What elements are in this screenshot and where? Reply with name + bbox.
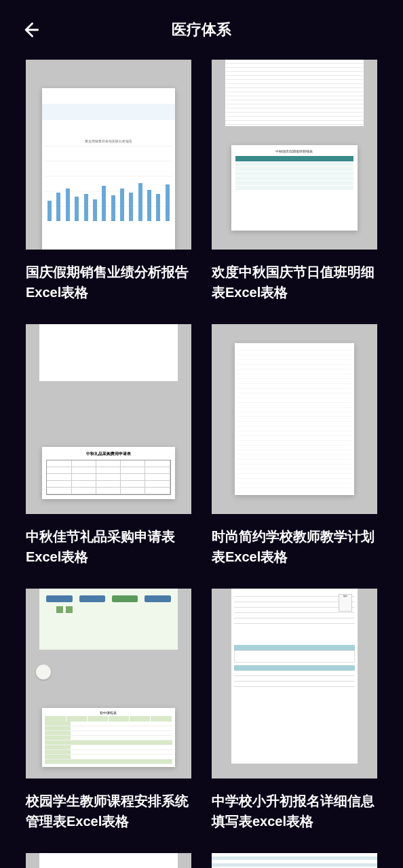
thumbnail: 中秋国庆假期值班明细表 [212, 60, 377, 250]
card-title: 国庆假期销售业绩分析报告Excel表格 [26, 262, 191, 302]
thumb-header [39, 589, 178, 650]
card-title: 欢度中秋国庆节日值班明细表Excel表格 [212, 262, 377, 302]
template-card[interactable] [26, 853, 191, 868]
template-card[interactable]: 中秋礼品采购费用申请表 中秋佳节礼品采购申请表Excel表格 [26, 324, 191, 567]
card-title: 校园学生教师课程安排系统管理表Excel表格 [26, 791, 191, 831]
thumb-doc: 中秋国庆假期值班明细表 [231, 145, 357, 231]
thumbnail: 照片 [212, 589, 377, 778]
thumb-chart: 黄金周销售目标与实际分析报告 [42, 136, 174, 250]
page-title: 医疗体系 [172, 20, 231, 40]
thumb-doc-top [39, 324, 178, 381]
thumbnail: 初中课程表 [26, 589, 191, 778]
template-card[interactable]: 时尚简约学校教师教学计划表Excel表格 [212, 324, 377, 567]
thumbnail [26, 853, 191, 868]
thumb-gantt [225, 60, 364, 126]
template-card[interactable]: 黄金周销售目标与实际分析报告 国庆假期销售业绩分析报告Excel表格 [26, 60, 191, 302]
header: 医疗体系 [0, 0, 403, 60]
thumbnail [212, 853, 377, 868]
decoration-icon [36, 665, 51, 679]
thumbnail: 中秋礼品采购费用申请表 [26, 324, 191, 514]
photo-placeholder: 照片 [339, 594, 352, 612]
back-button[interactable] [19, 19, 41, 41]
arrow-left-icon [20, 20, 39, 39]
card-title: 时尚简约学校教师教学计划表Excel表格 [212, 526, 377, 567]
thumb-doc-title: 中秋国庆假期值班明细表 [235, 149, 353, 153]
thumb-doc: 照片 [231, 589, 357, 764]
thumb-doc-title: 中秋礼品采购费用申请表 [46, 451, 170, 457]
thumb-doc: 初中课程表 [42, 708, 174, 767]
thumb-doc: 中秋礼品采购费用申请表 [42, 447, 174, 499]
card-title: 中秋佳节礼品采购申请表Excel表格 [26, 526, 191, 567]
thumb-chart-title: 黄金周销售目标与实际分析报告 [45, 139, 172, 143]
template-card[interactable]: 中秋国庆假期值班明细表 欢度中秋国庆节日值班明细表Excel表格 [212, 60, 377, 302]
template-card[interactable]: 照片 中学校小升初报名详细信息填写表excel表格 [212, 589, 377, 831]
thumb-doc-title: 初中课程表 [45, 711, 172, 715]
template-grid: 黄金周销售目标与实际分析报告 国庆假期销售业绩分析报告Excel表格 中秋国庆假… [0, 60, 403, 868]
thumb-table [42, 88, 174, 136]
card-title: 中学校小升初报名详细信息填写表excel表格 [212, 791, 377, 831]
thumbnail: 黄金周销售目标与实际分析报告 [26, 60, 191, 250]
thumb-doc [235, 343, 354, 495]
thumbnail [212, 324, 377, 514]
template-card[interactable] [212, 853, 377, 868]
template-card[interactable]: 初中课程表 校园学生教师课程安排系统管理表Excel表格 [26, 589, 191, 831]
